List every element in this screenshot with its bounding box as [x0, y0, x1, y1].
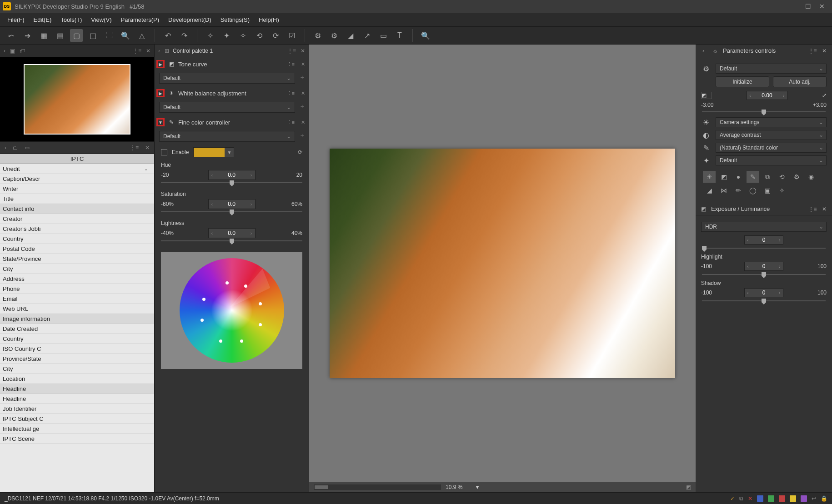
luminance-close-icon[interactable]: ✕ — [820, 205, 828, 213]
iptc-row[interactable]: Creator — [0, 214, 154, 224]
iptc-row[interactable]: Headline — [0, 384, 154, 394]
lightness-spinner[interactable]: ‹ 0.0 › — [208, 228, 256, 238]
parameters-back-icon[interactable]: ‹ — [699, 47, 707, 55]
tool-gear-icon[interactable]: ⚙ — [790, 171, 803, 183]
iptc-row[interactable]: ISO Country C — [0, 344, 154, 354]
hdr-dec[interactable]: ‹ — [745, 238, 751, 243]
tool-eraser-icon[interactable]: ◢ — [344, 29, 357, 42]
iptc-row[interactable]: City — [0, 264, 154, 274]
exposure-increase-button[interactable]: › — [781, 93, 787, 98]
iptc-row[interactable]: Writer — [0, 184, 154, 194]
left-close-icon[interactable]: ✕ — [145, 47, 151, 55]
menu-edit[interactable]: Edit(E) — [30, 15, 55, 25]
status-chip-yellow[interactable] — [790, 495, 796, 502]
tool-gear1-icon[interactable]: ⚙ — [311, 29, 324, 42]
tool-import-icon[interactable]: ⤺ — [5, 29, 17, 42]
tool-sphere-icon[interactable]: ◯ — [747, 185, 759, 196]
shadow-slider[interactable] — [702, 299, 826, 303]
tool-search-icon[interactable]: 🔍 — [419, 29, 432, 42]
fine-color-swatch-dropdown[interactable]: ▼ — [193, 147, 234, 157]
maximize-button[interactable]: ☐ — [805, 3, 811, 10]
status-lock-icon[interactable]: 🔒 — [821, 495, 827, 502]
hl-inc[interactable]: › — [777, 264, 783, 269]
iptc-row[interactable]: Web URL — [0, 304, 154, 314]
hue-increase-button[interactable]: › — [248, 173, 255, 178]
light-decrease-button[interactable]: ‹ — [209, 231, 216, 236]
iptc-row[interactable]: Phone — [0, 284, 154, 294]
preview-fit-icon[interactable]: ◩ — [686, 484, 691, 490]
tool-star-icon[interactable]: ✧ — [776, 185, 788, 196]
tool-wb-icon[interactable]: ☀ — [703, 171, 716, 183]
menu-file[interactable]: File(F) — [4, 15, 28, 25]
tool-dual-icon[interactable]: ◫ — [86, 29, 99, 42]
sh-inc[interactable]: › — [777, 290, 783, 295]
color-dropdown[interactable]: (Natural) Standard color — [716, 143, 827, 153]
folder-icon[interactable]: 🗀 — [11, 144, 20, 152]
status-copy-icon[interactable]: ⧉ — [739, 495, 743, 502]
hdr-slider[interactable] — [702, 246, 826, 250]
status-chip-purple[interactable] — [801, 495, 807, 502]
wb-preset-dropdown[interactable]: Default — [159, 102, 295, 113]
left-sub-menu-icon[interactable]: ⋮≡ — [128, 144, 140, 152]
tone-curve-close-icon[interactable]: ✕ — [299, 60, 307, 68]
tool-share-icon[interactable]: ↗ — [361, 29, 373, 42]
iptc-row[interactable]: Province/State — [0, 354, 154, 364]
hue-spinner[interactable]: ‹ 0.0 › — [208, 170, 256, 180]
hdr-dropdown[interactable]: HDR — [701, 222, 827, 232]
saturation-slider[interactable] — [161, 210, 302, 214]
parameters-menu-icon[interactable]: ⋮≡ — [808, 47, 817, 55]
tool-wand1-icon[interactable]: ✧ — [204, 29, 216, 42]
iptc-row[interactable]: IPTC Scene — [0, 434, 154, 444]
shadow-spinner[interactable]: ‹0› — [744, 288, 783, 297]
palette-back-icon[interactable]: ‹ — [157, 47, 161, 55]
highlight-slider[interactable] — [702, 273, 826, 276]
tone-curve-expand-button[interactable]: ▶ — [156, 60, 165, 68]
close-button[interactable]: ✕ — [819, 3, 825, 10]
iptc-row[interactable]: Unedit⌄ — [0, 164, 154, 174]
tool-wand2-icon[interactable]: ✦ — [220, 29, 233, 42]
highlight-spinner[interactable]: ‹0› — [744, 262, 783, 271]
tool-check-icon[interactable]: ☑ — [286, 29, 298, 42]
palette-menu-icon[interactable]: ⋮≡ — [286, 47, 297, 55]
menu-parameters[interactable]: Parameters(P) — [117, 15, 163, 25]
tool-text-icon[interactable]: T — [393, 29, 406, 42]
tool-crop-icon[interactable]: ⧉ — [761, 171, 774, 183]
tool-pen-icon[interactable]: ✏ — [732, 185, 745, 196]
tone-curve-menu-icon[interactable]: ⋮≡ — [285, 60, 296, 68]
wb-add-button[interactable]: + — [301, 103, 304, 110]
luminance-menu-icon[interactable]: ⋮≡ — [808, 205, 817, 213]
status-chip-red[interactable] — [779, 495, 785, 502]
sat-increase-button[interactable]: › — [248, 202, 255, 207]
tool-angle-icon[interactable]: ◢ — [703, 185, 716, 196]
left-sub-back-icon[interactable]: ‹ — [3, 144, 8, 152]
iptc-row[interactable]: IPTC Subject C — [0, 414, 154, 424]
tool-circle-icon[interactable]: ● — [732, 171, 745, 183]
sat-decrease-button[interactable]: ‹ — [209, 202, 216, 207]
fine-color-enable-checkbox[interactable] — [161, 149, 167, 155]
menu-settings[interactable]: Settings(S) — [217, 15, 253, 25]
exposure-decrease-button[interactable]: ‹ — [747, 93, 753, 98]
left-menu-icon[interactable]: ⋮≡ — [132, 47, 142, 55]
color-wheel[interactable] — [180, 258, 284, 363]
tool-frame-icon[interactable]: ▣ — [761, 185, 774, 196]
tool-monitor-icon[interactable]: ▭ — [377, 29, 390, 42]
iptc-row[interactable]: Headline — [0, 394, 154, 404]
iptc-list[interactable]: Unedit⌄Caption/DescrWriterTitleContact i… — [0, 164, 154, 492]
iptc-row[interactable]: Address — [0, 274, 154, 284]
auto-adjust-button[interactable]: Auto adj. — [773, 76, 827, 87]
fine-color-menu-icon[interactable]: ⋮≡ — [285, 119, 296, 126]
menu-development[interactable]: Development(D) — [165, 15, 215, 25]
tool-reset-icon[interactable]: ⟲ — [776, 171, 788, 183]
iptc-row[interactable]: Contact info — [0, 204, 154, 214]
tone-curve-add-button[interactable]: + — [301, 74, 304, 81]
iptc-row[interactable]: Job Identifier — [0, 404, 154, 414]
tool-single-icon[interactable]: ▢ — [70, 29, 83, 42]
fine-color-preset-dropdown[interactable]: Default — [159, 131, 295, 142]
tone-curve-preset-dropdown[interactable]: Default — [159, 73, 295, 84]
tool-blur-icon[interactable]: ◉ — [805, 171, 817, 183]
sh-dec[interactable]: ‹ — [745, 290, 751, 295]
iptc-row[interactable]: Country — [0, 234, 154, 244]
status-x-icon[interactable]: ✕ — [748, 495, 752, 502]
menu-view[interactable]: View(V) — [87, 15, 115, 25]
iptc-row[interactable]: State/Province — [0, 254, 154, 264]
